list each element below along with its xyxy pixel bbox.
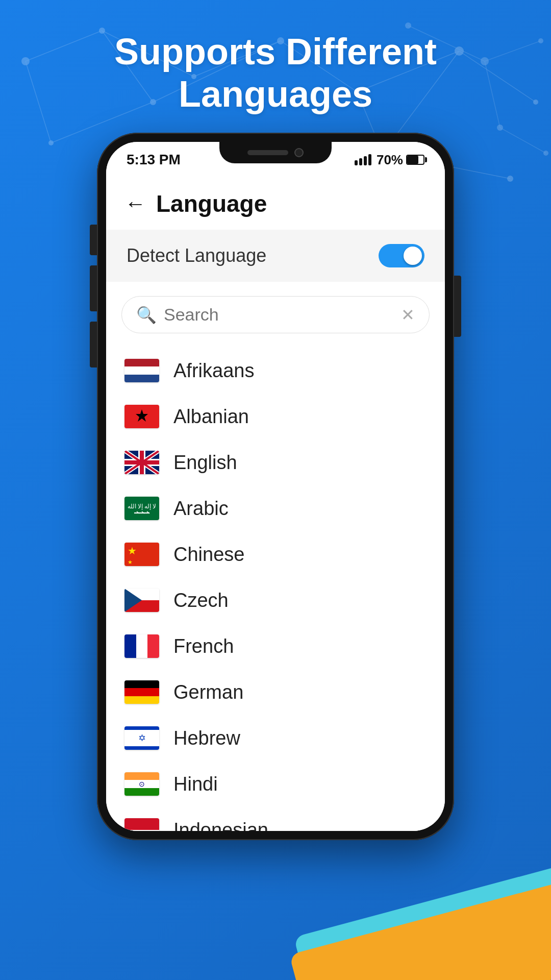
language-item-french[interactable]: French	[106, 623, 445, 669]
language-item-hebrew[interactable]: ✡ Hebrew	[106, 715, 445, 761]
battery-body	[406, 155, 424, 165]
language-item-arabic[interactable]: لا إله إلا الله Arabic	[106, 485, 445, 531]
svg-point-23	[507, 176, 513, 182]
clear-search-icon[interactable]: ✕	[401, 305, 415, 325]
detect-language-label: Detect Language	[127, 245, 266, 266]
detect-language-toggle[interactable]	[379, 244, 424, 267]
language-list: Afrikaans Albanian	[106, 348, 445, 831]
flag-english	[124, 451, 159, 474]
notch	[219, 142, 332, 163]
svg-point-28	[405, 22, 411, 29]
language-name-hebrew: Hebrew	[173, 727, 240, 749]
language-item-english[interactable]: English	[106, 439, 445, 485]
language-name-indonesian: Indonesian	[173, 819, 268, 831]
language-name-hindi: Hindi	[173, 773, 218, 795]
battery-icon: 70%	[377, 152, 424, 168]
notch-speaker	[247, 150, 288, 155]
phone-mockup: 5:13 PM 70%	[97, 133, 454, 840]
svg-point-22	[48, 140, 54, 145]
app-content: ← Language Detect Language 🔍 ✕	[106, 178, 445, 831]
flag-hebrew: ✡	[124, 726, 159, 750]
search-icon: 🔍	[136, 305, 157, 325]
search-input[interactable]	[164, 305, 394, 325]
language-item-german[interactable]: German	[106, 669, 445, 715]
language-name-chinese: Chinese	[173, 544, 244, 566]
svg-line-27	[500, 128, 546, 153]
flag-afrikaans	[124, 359, 159, 382]
language-name-arabic: Arabic	[173, 498, 229, 520]
flag-czech	[124, 589, 159, 612]
toggle-knob	[404, 247, 422, 265]
signal-bar-2	[359, 158, 362, 165]
detect-language-row: Detect Language	[106, 230, 445, 282]
status-bar: 5:13 PM 70%	[106, 142, 445, 178]
signal-bar-1	[355, 160, 358, 165]
language-item-afrikaans[interactable]: Afrikaans	[106, 348, 445, 394]
battery-fill	[407, 156, 418, 164]
back-button[interactable]: ←	[124, 191, 146, 216]
flag-albanian	[124, 405, 159, 428]
flag-german	[124, 680, 159, 704]
header-title: Language	[156, 190, 267, 217]
battery-percent: 70%	[377, 152, 403, 168]
page-title: Supports Different Languages	[0, 31, 551, 115]
app-header: ← Language	[106, 178, 445, 230]
language-name-afrikaans: Afrikaans	[173, 360, 254, 382]
flag-chinese: ★ ★ ★ ★ ★	[124, 543, 159, 566]
svg-point-31	[497, 125, 503, 131]
language-name-english: English	[173, 452, 237, 474]
svg-text:لا إله إلا الله: لا إله إلا الله	[128, 503, 156, 510]
svg-rect-43	[134, 512, 149, 513]
phone-vol-down2-button	[90, 322, 97, 368]
language-item-hindi[interactable]: ⊙ Hindi	[106, 761, 445, 807]
language-item-czech[interactable]: Czech	[106, 577, 445, 623]
svg-point-32	[543, 151, 548, 156]
phone-power-button	[454, 276, 461, 337]
flag-hindi: ⊙	[124, 772, 159, 796]
signal-bar-3	[364, 156, 367, 165]
phone-screen: 5:13 PM 70%	[106, 142, 445, 831]
flag-indonesian	[124, 818, 159, 831]
language-item-albanian[interactable]: Albanian	[106, 394, 445, 439]
phone-frame: 5:13 PM 70%	[97, 133, 454, 840]
language-item-chinese[interactable]: ★ ★ ★ ★ ★ Chinese	[106, 531, 445, 577]
search-bar[interactable]: 🔍 ✕	[121, 296, 430, 333]
language-name-german: German	[173, 681, 243, 703]
notch-camera	[294, 148, 304, 157]
flag-arabic: لا إله إلا الله	[124, 497, 159, 520]
signal-bar-4	[368, 154, 371, 165]
signal-icon	[355, 154, 371, 165]
status-time: 5:13 PM	[127, 152, 181, 168]
svg-rect-41	[124, 460, 159, 464]
language-name-french: French	[173, 635, 234, 657]
language-item-indonesian[interactable]: Indonesian	[106, 807, 445, 831]
status-icons: 70%	[355, 152, 424, 168]
flag-french	[124, 634, 159, 658]
phone-vol-up-button	[90, 225, 97, 255]
language-name-albanian: Albanian	[173, 406, 249, 428]
phone-vol-down-button	[90, 265, 97, 311]
language-name-czech: Czech	[173, 590, 229, 611]
